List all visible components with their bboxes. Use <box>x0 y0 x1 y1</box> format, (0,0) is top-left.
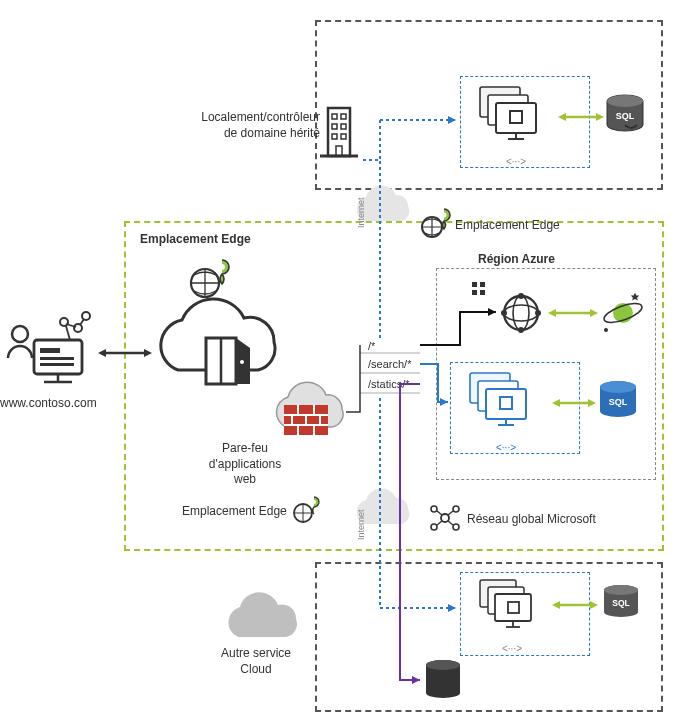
architecture-diagram: Localement/contrôleur de domaine hérité … <box>0 0 678 720</box>
svg-marker-110 <box>488 308 496 316</box>
svg-marker-112 <box>448 116 456 124</box>
svg-marker-114 <box>412 676 420 684</box>
svg-marker-111 <box>440 398 448 406</box>
svg-marker-113 <box>448 604 456 612</box>
connectors <box>0 0 678 720</box>
